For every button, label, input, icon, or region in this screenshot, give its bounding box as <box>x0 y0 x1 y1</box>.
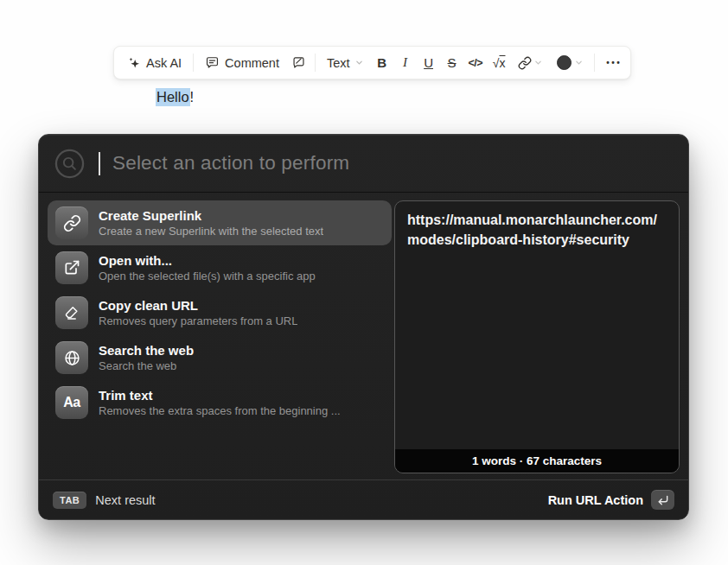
run-url-action-button[interactable]: Run URL Action <box>548 490 674 510</box>
action-subtitle: Search the web <box>99 359 194 372</box>
text-suffix: ! <box>190 89 195 105</box>
toolbar-divider <box>193 54 194 72</box>
draw-comment-icon <box>291 55 306 70</box>
action-texts: Open with... Open the selected file(s) w… <box>99 253 316 282</box>
action-title: Create Superlink <box>99 208 323 223</box>
link-icon <box>55 206 88 239</box>
sparkle-icon <box>127 56 141 70</box>
action-launcher-modal: Select an action to perform Create Super… <box>38 134 689 520</box>
text-cursor <box>99 152 100 175</box>
action-list: Create Superlink Create a new Superlink … <box>48 200 392 473</box>
text-style-label: Text <box>327 56 350 70</box>
equation-button[interactable]: √x <box>488 51 510 75</box>
link-icon <box>518 56 532 70</box>
action-row-trim-text[interactable]: Aa Trim text Removes the extra spaces fr… <box>48 380 392 425</box>
launcher-footer: TAB Next result Run URL Action <box>39 479 688 519</box>
action-row-open-with[interactable]: Open with... Open the selected file(s) w… <box>48 245 392 290</box>
eraser-icon <box>55 296 88 329</box>
word-count-bar: 1 words · 67 characters <box>395 449 679 473</box>
more-options-button[interactable]: ••• <box>599 51 624 75</box>
action-subtitle: Removes the extra spaces from the beginn… <box>99 404 341 417</box>
action-title: Search the web <box>99 343 194 358</box>
search-icon <box>54 149 85 179</box>
search-placeholder: Select an action to perform <box>112 152 349 175</box>
return-key-icon <box>651 490 674 510</box>
toolbar-divider <box>594 54 595 72</box>
color-swatch <box>557 55 572 70</box>
preview-url-text: https://manual.monarchlauncher.com/modes… <box>395 201 679 449</box>
text-style-dropdown[interactable]: Text <box>320 51 370 75</box>
preview-panel[interactable]: https://manual.monarchlauncher.com/modes… <box>394 200 680 473</box>
action-row-copy-clean-url[interactable]: Copy clean URL Removes query parameters … <box>48 290 392 335</box>
underline-button[interactable]: U <box>418 51 440 75</box>
search-input[interactable]: Select an action to perform <box>39 135 688 193</box>
bold-button[interactable]: B <box>371 51 393 75</box>
comment-icon <box>205 55 220 70</box>
text-color-button[interactable] <box>550 51 590 75</box>
action-title: Copy clean URL <box>99 298 297 313</box>
chevron-down-icon <box>534 59 542 67</box>
selected-text: Hello <box>156 88 190 106</box>
next-result-label: Next result <box>95 493 155 507</box>
chevron-down-icon <box>355 59 363 67</box>
draw-comment-button[interactable] <box>287 51 310 75</box>
document-text-line[interactable]: Hello! <box>156 86 194 107</box>
text-format-icon: Aa <box>55 386 88 419</box>
globe-icon <box>55 341 88 374</box>
toolbar-divider <box>315 54 316 72</box>
comment-label: Comment <box>225 56 279 70</box>
action-subtitle: Create a new Superlink with the selected… <box>99 225 323 238</box>
open-external-icon <box>55 251 88 284</box>
action-title: Open with... <box>99 253 316 268</box>
comment-button[interactable]: Comment <box>198 51 286 75</box>
tab-key-badge: TAB <box>53 492 86 509</box>
action-row-search-the-web[interactable]: Search the web Search the web <box>48 335 392 380</box>
action-texts: Search the web Search the web <box>99 343 194 372</box>
run-action-label: Run URL Action <box>548 493 643 507</box>
link-button[interactable] <box>511 51 549 75</box>
strikethrough-button[interactable]: S <box>441 51 463 75</box>
italic-button[interactable]: I <box>394 51 417 75</box>
equation-label: √x <box>493 56 506 70</box>
action-subtitle: Open the selected file(s) with a specifi… <box>99 270 316 282</box>
action-subtitle: Removes query parameters from a URL <box>99 314 297 327</box>
ask-ai-button[interactable]: Ask AI <box>120 51 188 75</box>
chevron-down-icon <box>575 59 583 67</box>
action-title: Trim text <box>99 388 341 403</box>
action-texts: Create Superlink Create a new Superlink … <box>99 208 323 238</box>
action-texts: Trim text Removes the extra spaces from … <box>99 388 341 417</box>
code-button[interactable]: </> <box>464 51 488 75</box>
action-texts: Copy clean URL Removes query parameters … <box>99 298 297 327</box>
format-toolbar: Ask AI Comment Text B I U S </> √x <box>113 46 631 79</box>
action-row-create-superlink[interactable]: Create Superlink Create a new Superlink … <box>48 200 392 245</box>
ask-ai-label: Ask AI <box>146 56 182 70</box>
launcher-content: Create Superlink Create a new Superlink … <box>39 193 688 473</box>
